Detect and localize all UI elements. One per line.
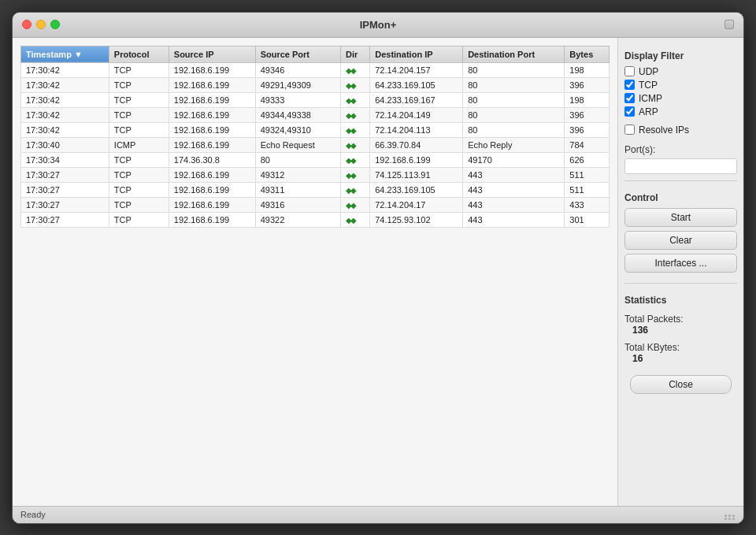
- window-resize-btn[interactable]: [724, 20, 734, 29]
- maximize-traffic-light[interactable]: [50, 20, 60, 29]
- filter-icmp-checkbox[interactable]: [624, 93, 635, 103]
- dst-port-cell: 80: [463, 77, 565, 92]
- dst-ip-cell: 64.233.169.167: [370, 92, 463, 107]
- src-port-cell: 49316: [255, 197, 340, 212]
- src-ip-cell: 192.168.6.199: [169, 77, 255, 92]
- protocol-cell: TCP: [109, 107, 169, 122]
- col-bytes[interactable]: Bytes: [565, 46, 610, 62]
- bytes-cell: 784: [565, 137, 610, 152]
- dir-icon: ◆◆: [346, 81, 355, 90]
- resize-dot-2: [728, 515, 731, 517]
- col-timestamp[interactable]: Timestamp ▼: [21, 46, 109, 62]
- dir-cell: ◆◆: [340, 197, 369, 212]
- filter-udp-checkbox[interactable]: [624, 66, 635, 76]
- src-port-cell: 49311: [255, 182, 340, 197]
- filter-udp-label: UDP: [639, 66, 658, 77]
- filter-tcp-row: TCP: [624, 80, 737, 91]
- timestamp-cell: 17:30:34: [21, 152, 109, 167]
- resolve-ips-label: Resolve IPs: [639, 124, 689, 136]
- timestamp-cell: 17:30:42: [21, 77, 109, 92]
- col-protocol[interactable]: Protocol: [109, 46, 169, 62]
- interfaces-button[interactable]: Interfaces ...: [624, 254, 737, 273]
- table-row[interactable]: 17:30:42TCP192.168.6.19949333◆◆64.233.16…: [21, 92, 610, 107]
- table-row[interactable]: 17:30:42TCP192.168.6.19949291,49309◆◆64.…: [21, 77, 610, 92]
- table-row[interactable]: 17:30:27TCP192.168.6.19949311◆◆64.233.16…: [21, 182, 610, 197]
- table-row[interactable]: 17:30:34TCP174.36.30.880◆◆192.168.6.1994…: [21, 152, 610, 167]
- bytes-cell: 626: [565, 152, 610, 167]
- start-button[interactable]: Start: [624, 208, 737, 227]
- src-port-cell: 80: [255, 152, 340, 167]
- col-src-ip[interactable]: Source IP: [169, 46, 255, 62]
- table-row[interactable]: 17:30:42TCP192.168.6.19949344,49338◆◆72.…: [21, 107, 610, 122]
- table-row[interactable]: 17:30:27TCP192.168.6.19949316◆◆72.14.204…: [21, 197, 610, 212]
- statusbar: Ready: [13, 506, 743, 523]
- timestamp-cell: 17:30:27: [21, 197, 109, 212]
- app-window: IPMon+ Timestamp ▼ Protocol Source IP So…: [12, 12, 744, 524]
- bytes-cell: 511: [565, 182, 610, 197]
- src-ip-cell: 192.168.6.199: [169, 107, 255, 122]
- col-dst-ip[interactable]: Destination IP: [370, 46, 463, 62]
- resolve-ips-row: Resolve IPs: [624, 124, 737, 136]
- filter-tcp-checkbox[interactable]: [624, 80, 635, 90]
- dst-ip-cell: 74.125.93.102: [370, 212, 463, 227]
- dir-icon: ◆◆: [346, 171, 355, 180]
- resize-dot-3: [732, 515, 735, 517]
- resize-grip[interactable]: [724, 509, 736, 520]
- col-src-port[interactable]: Source Port: [255, 46, 340, 62]
- src-ip-cell: 192.168.6.199: [169, 212, 255, 227]
- dst-ip-cell: 72.14.204.149: [370, 107, 463, 122]
- dst-ip-cell: 192.168.6.199: [370, 152, 463, 167]
- timestamp-cell: 17:30:27: [21, 212, 109, 227]
- src-ip-cell: 192.168.6.199: [169, 182, 255, 197]
- sidebar: Display Filter UDP TCP ICMP ARP Resolve …: [617, 38, 743, 506]
- display-filter-title: Display Filter: [624, 50, 737, 61]
- col-dst-port[interactable]: Destination Port: [463, 46, 565, 62]
- filter-arp-row: ARP: [624, 106, 737, 117]
- total-packets-value: 136: [632, 325, 737, 336]
- close-traffic-light[interactable]: [22, 20, 32, 29]
- filter-icmp-row: ICMP: [624, 93, 737, 104]
- ports-input[interactable]: [624, 158, 737, 174]
- total-packets-label: Total Packets:: [624, 314, 737, 325]
- dst-port-cell: 80: [463, 92, 565, 107]
- minimize-traffic-light[interactable]: [36, 20, 46, 29]
- statistics-title: Statistics: [624, 295, 737, 306]
- src-ip-cell: 192.168.6.199: [169, 92, 255, 107]
- protocol-cell: TCP: [109, 122, 169, 137]
- dir-icon: ◆◆: [346, 141, 355, 150]
- dst-ip-cell: 72.14.204.113: [370, 122, 463, 137]
- resolve-ips-checkbox[interactable]: [624, 124, 635, 135]
- resize-dot-4: [724, 518, 727, 520]
- divider-2: [624, 283, 737, 284]
- filter-tcp-label: TCP: [639, 80, 658, 91]
- dst-port-cell: 443: [463, 212, 565, 227]
- total-kbytes-item: Total KBytes: 16: [624, 342, 737, 364]
- timestamp-cell: 17:30:42: [21, 92, 109, 107]
- protocol-cell: TCP: [109, 212, 169, 227]
- dst-ip-cell: 74.125.113.91: [370, 167, 463, 182]
- table-row[interactable]: 17:30:27TCP192.168.6.19949322◆◆74.125.93…: [21, 212, 610, 227]
- src-port-cell: 49344,49338: [255, 107, 340, 122]
- clear-button[interactable]: Clear: [624, 231, 737, 250]
- col-dir[interactable]: Dir: [340, 46, 369, 62]
- dir-icon: ◆◆: [346, 201, 355, 210]
- dst-port-cell: 443: [463, 197, 565, 212]
- protocol-cell: TCP: [109, 92, 169, 107]
- titlebar: IPMon+: [13, 13, 743, 38]
- dir-icon: ◆◆: [346, 186, 355, 195]
- close-button[interactable]: Close: [630, 375, 732, 394]
- dst-port-cell: 443: [463, 167, 565, 182]
- table-row[interactable]: 17:30:40ICMP192.168.6.199Echo Request◆◆6…: [21, 137, 610, 152]
- dir-icon: ◆◆: [346, 126, 355, 135]
- table-row[interactable]: 17:30:42TCP192.168.6.19949346◆◆72.14.204…: [21, 62, 610, 77]
- table-row[interactable]: 17:30:42TCP192.168.6.19949324,49310◆◆72.…: [21, 122, 610, 137]
- table-row[interactable]: 17:30:27TCP192.168.6.19949312◆◆74.125.11…: [21, 167, 610, 182]
- filter-arp-checkbox[interactable]: [624, 106, 635, 117]
- bytes-cell: 198: [565, 62, 610, 77]
- protocol-cell: TCP: [109, 62, 169, 77]
- dir-icon: ◆◆: [346, 111, 355, 120]
- src-ip-cell: 192.168.6.199: [169, 122, 255, 137]
- dst-port-cell: 80: [463, 107, 565, 122]
- dir-cell: ◆◆: [340, 152, 369, 167]
- src-ip-cell: 192.168.6.199: [169, 137, 255, 152]
